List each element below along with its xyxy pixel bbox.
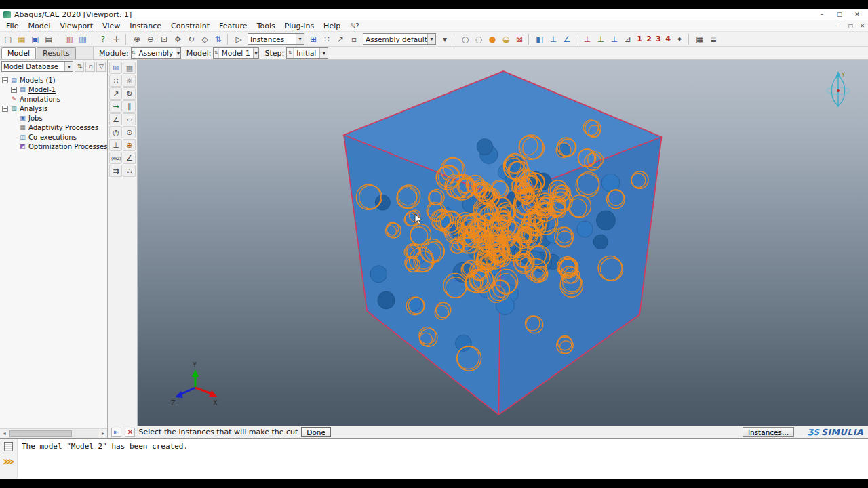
context-help-icon[interactable]: ℕ? (345, 22, 363, 30)
tab-model[interactable]: Model (1, 47, 36, 59)
mdi-close-button[interactable]: ✕ (856, 23, 868, 29)
menu-file[interactable]: File (1, 21, 23, 31)
tree-item-analysis[interactable]: −▥Analysis (0, 104, 107, 113)
command-line-icon[interactable]: ⋙ (3, 458, 14, 466)
wireframe-render-icon[interactable]: ○ (458, 33, 472, 45)
view-along-y-icon[interactable]: ⊥ (594, 33, 608, 45)
display-group-icon[interactable]: ▦ (693, 33, 707, 45)
query-icon[interactable]: ? (96, 33, 110, 45)
maximize-button[interactable]: ▢ (831, 9, 848, 20)
viewport-1[interactable]: Y X Z Y (138, 60, 868, 426)
menu-constraint[interactable]: Constraint (166, 21, 214, 31)
chevron-down-icon[interactable]: ▾ (64, 62, 73, 71)
open-icon[interactable]: ▦ (15, 33, 28, 45)
merge-cut-instances-icon[interactable]: ⊕ (123, 139, 136, 151)
menu-feature[interactable]: Feature (214, 21, 252, 31)
collapse-icon[interactable]: − (2, 77, 8, 83)
chevron-down-icon[interactable]: ▾ (176, 48, 180, 58)
minimize-button[interactable]: – (813, 9, 831, 20)
datum-axis-icon[interactable]: ⊥ (547, 33, 560, 45)
view-preset-4-button[interactable]: 4 (663, 35, 673, 43)
offset-instances-icon[interactable]: ⇉ (109, 165, 122, 177)
zoom-box-icon[interactable]: ⊡ (157, 33, 171, 45)
scrollbar-thumb[interactable] (9, 430, 72, 437)
tree-item-adaptivity-processes[interactable]: ▦Adaptivity Processes (0, 123, 107, 132)
measure-angle-icon[interactable]: ∠ (560, 33, 574, 45)
select-cursor-icon[interactable]: ▷ (232, 33, 245, 45)
view-cut-icon[interactable]: ◒ (499, 33, 513, 45)
scroll-right-icon[interactable]: ▸ (98, 430, 107, 436)
tools-icon[interactable]: ✛ (110, 33, 123, 45)
view-along-z-icon[interactable]: ⊥ (608, 33, 621, 45)
menu-view[interactable]: View (98, 21, 125, 31)
create-instance-icon[interactable]: ⊞ (109, 62, 122, 74)
tree-item-models-1[interactable]: −▤Models (1) (0, 75, 107, 85)
scrollbar-track[interactable] (9, 430, 98, 438)
module-combo[interactable]: ⇅ Assembly ▾ (131, 47, 181, 59)
save-icon[interactable]: ▣ (28, 33, 42, 45)
model-database-icon[interactable]: ▥ (62, 33, 76, 45)
cycle-views-icon[interactable]: ⇅ (212, 33, 225, 45)
hidden-line-render-icon[interactable]: ◌ (472, 33, 486, 45)
parallel-csys-icon[interactable]: ⊥ (109, 139, 122, 151)
custom-view-icon[interactable]: ⊿ (621, 33, 635, 45)
view-preset-1-button[interactable]: 1 (635, 35, 644, 43)
menu-plug-ins[interactable]: Plug-ins (280, 21, 319, 31)
menu-tools[interactable]: Tools (252, 21, 280, 31)
rotate-view-icon[interactable]: ↻ (184, 33, 198, 45)
chevron-down-icon[interactable]: ▾ (253, 48, 259, 58)
cancel-procedure-icon[interactable]: ✕ (125, 428, 135, 437)
scroll-left-icon[interactable]: ◂ (0, 430, 9, 436)
instances-button[interactable]: Instances... (743, 427, 794, 437)
tree-item-co-executions[interactable]: ◫Co-executions (0, 132, 107, 142)
linear-pattern-icon[interactable]: ∷ (109, 75, 122, 87)
layers-icon[interactable]: ≣ (707, 33, 720, 45)
selection-box-icon[interactable]: ▫ (347, 33, 361, 45)
menu-viewport[interactable]: Viewport (55, 21, 98, 31)
translate-to-icon[interactable]: → (109, 100, 122, 113)
mdi-minimize-button[interactable]: – (833, 23, 845, 29)
collapse-icon[interactable]: − (2, 106, 8, 112)
chevron-down-icon[interactable]: ▾ (427, 34, 435, 44)
zoom-in-icon[interactable]: ⊕ (130, 33, 144, 45)
pan-view-icon[interactable]: ✥ (171, 33, 184, 45)
remove-view-cut-icon[interactable]: ⊠ (513, 33, 526, 45)
zoom-out-icon[interactable]: ⊖ (144, 33, 157, 45)
tree-link-icon[interactable]: ▫ (85, 62, 95, 72)
chevron-down-icon[interactable]: ▾ (319, 48, 328, 58)
edge-to-edge-icon[interactable]: ∠ (109, 113, 122, 125)
tree-item-annotations[interactable]: ✎Annotations (0, 94, 107, 104)
instance-array-icon[interactable]: ∴ (123, 165, 136, 177)
menu-instance[interactable]: Instance (125, 21, 166, 31)
close-button[interactable]: ✕ (848, 9, 866, 20)
menu-model[interactable]: Model (23, 21, 55, 31)
tree-horizontal-scrollbar[interactable]: ◂ ▸ (0, 428, 107, 438)
print-icon[interactable]: ▤ (42, 33, 56, 45)
translate-instance-icon[interactable]: ↗ (109, 87, 122, 100)
color-options-icon[interactable]: ▾ (438, 33, 452, 45)
menu-help[interactable]: Help (319, 21, 345, 31)
translate-icon[interactable]: ↗ (334, 33, 347, 45)
pattern-icon[interactable]: ∷ (320, 33, 334, 45)
tree-item-optimization-processes[interactable]: ◩Optimization Processes (0, 142, 107, 151)
color-code-combo[interactable]: Assembly defaults▾ (363, 33, 436, 45)
view-compass[interactable]: Y (819, 69, 857, 117)
shaded-render-icon[interactable]: ● (486, 33, 499, 45)
tree-item-model-1[interactable]: +▤Model-1 (0, 85, 107, 94)
instance-manager-icon[interactable]: ▦ (123, 62, 136, 74)
expand-icon[interactable]: + (11, 87, 17, 93)
coincident-point-icon[interactable]: ⊙ (123, 126, 136, 138)
step-combo[interactable]: ⇅ Initial ▾ (286, 47, 328, 59)
message-log-icon[interactable] (4, 442, 13, 451)
output-database-icon[interactable]: ▥ (76, 33, 90, 45)
translate-coordinates-icon[interactable]: (XYZ) (109, 152, 122, 164)
filter-icon[interactable]: ▽ (96, 62, 106, 72)
tree-item-jobs[interactable]: ▣Jobs (0, 113, 107, 123)
previous-prompt-icon[interactable]: ⇤ (111, 428, 121, 437)
view-along-x-icon[interactable]: ⊥ (580, 33, 594, 45)
rotate-about-axis-icon[interactable]: ∠ (123, 152, 136, 164)
model-database-combo[interactable]: Model Database ▾ (1, 61, 73, 72)
tab-results[interactable]: Results (37, 47, 76, 59)
create-constraint-icon[interactable]: ∥ (123, 100, 136, 113)
chevron-down-icon[interactable]: ▾ (296, 34, 304, 44)
